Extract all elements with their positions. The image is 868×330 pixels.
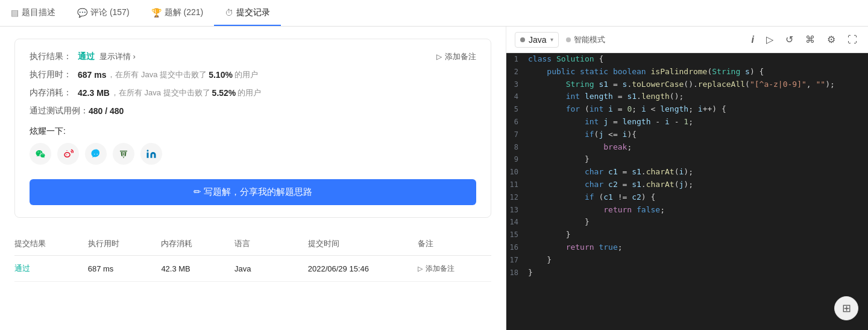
run-btn[interactable]: ▷ — [764, 31, 776, 48]
top-tabs: ▤ 题目描述 💬 评论 (157) 🏆 题解 (221) ⏱ 提交记录 — [0, 0, 868, 27]
status-row: 执行结果： 通过 显示详情 › ▷ 添加备注 — [30, 51, 476, 62]
col-time: 执行用时 — [88, 238, 162, 249]
tab-description[interactable]: ▤ 题目描述 — [0, 0, 66, 26]
line-code-3: String s1 = s.toLowerCase().replaceAll("… — [528, 78, 868, 91]
qq-btn[interactable] — [85, 143, 107, 165]
submissions-table: 提交结果 执行用时 内存消耗 语言 提交时间 备注 通过 687 ms 42.3… — [14, 232, 491, 282]
write-solution-btn[interactable]: ✏ 写题解，分享我的解题思路 — [30, 179, 476, 205]
line-code-11: char c2 = s1.charAt(j); — [528, 179, 868, 191]
time-note2: 的用户 — [234, 69, 258, 80]
tab-comments[interactable]: 💬 评论 (157) — [66, 0, 140, 26]
code-line-12: 12 if (c1 != c2) { — [506, 191, 868, 204]
main-layout: 执行结果： 通过 显示详情 › ▷ 添加备注 执行用时： 687 ms ，在所有… — [0, 27, 868, 330]
line-code-8: break; — [528, 141, 868, 154]
line-code-4: int length = s1.length(); — [528, 90, 868, 103]
code-line-14: 14 } — [506, 216, 868, 229]
line-code-9: } — [528, 153, 868, 166]
memory-row: 内存消耗： 42.3 MB ，在所有 Java 提交中击败了 5.52% 的用户 — [30, 87, 476, 98]
row-status[interactable]: 通过 — [14, 263, 88, 274]
wechat-btn[interactable] — [30, 143, 51, 165]
line-num-15: 15 — [506, 229, 528, 241]
lang-dot-icon — [520, 37, 525, 42]
code-line-9: 9 } — [506, 153, 868, 166]
row-time: 687 ms — [88, 264, 162, 273]
status-value: 通过 — [78, 51, 95, 62]
editor-toolbar: Java ▾ 智能模式 i ▷ ↺ ⌘ ⚙ — [506, 27, 868, 53]
expand-btn[interactable]: ⛶ — [845, 32, 860, 48]
social-icons — [30, 143, 476, 165]
settings-btn[interactable]: ⚙ — [825, 31, 838, 48]
col-submit-time: 提交时间 — [308, 238, 418, 249]
line-num-8: 8 — [506, 141, 528, 153]
line-code-7: if(j <= i){ — [528, 129, 868, 141]
time-percent: 5.10% — [209, 70, 233, 80]
line-num-13: 13 — [506, 204, 528, 216]
comments-icon: 💬 — [77, 8, 87, 17]
line-num-5: 5 — [506, 103, 528, 115]
result-section: 执行结果： 通过 显示详情 › ▷ 添加备注 执行用时： 687 ms ，在所有… — [14, 39, 491, 218]
info-btn[interactable]: i — [749, 32, 756, 48]
line-num-1: 1 — [506, 53, 528, 65]
douban-btn[interactable] — [113, 143, 134, 165]
tests-value: 480 / 480 — [89, 106, 124, 116]
line-code-16: return true; — [528, 241, 868, 254]
line-code-12: if (c1 != c2) { — [528, 191, 868, 204]
status-label: 执行结果： — [30, 51, 78, 62]
line-code-1: class Solution { — [528, 53, 868, 66]
line-code-5: for (int i = 0; i < length; i++) { — [528, 103, 868, 116]
code-line-6: 6 int j = length - i - 1; — [506, 116, 868, 129]
code-line-11: 11 char c2 = s1.charAt(j); — [506, 179, 868, 191]
description-icon: ▤ — [11, 8, 19, 17]
reset-btn[interactable]: ↺ — [783, 31, 796, 48]
tab-solutions[interactable]: 🏆 题解 (221) — [140, 0, 215, 26]
line-code-10: char c1 = s1.charAt(i); — [528, 166, 868, 179]
lang-label: Java — [529, 35, 547, 45]
code-line-17: 17 } — [506, 254, 868, 267]
run-icon: ▷ — [766, 34, 773, 45]
line-code-2: public static boolean isPalindrome(Strin… — [528, 66, 868, 78]
float-action-btn[interactable]: ⊞ — [834, 296, 858, 320]
smart-mode-toggle[interactable]: 智能模式 — [566, 34, 605, 45]
line-code-6: int j = length - i - 1; — [528, 116, 868, 129]
memory-note1: ，在所有 Java 提交中击败了 — [111, 87, 210, 98]
code-editor-panel: Java ▾ 智能模式 i ▷ ↺ ⌘ ⚙ — [506, 27, 868, 330]
language-selector[interactable]: Java ▾ — [515, 32, 559, 48]
line-num-6: 6 — [506, 116, 528, 128]
smart-mode-dot-icon — [566, 37, 571, 42]
line-code-18: } — [528, 267, 868, 279]
col-note: 备注 — [418, 238, 491, 249]
code-area[interactable]: 1 class Solution { 2 public static boole… — [506, 53, 868, 330]
row-add-note-btn[interactable]: ▷ 添加备注 — [418, 264, 491, 274]
col-memory: 内存消耗 — [161, 238, 234, 249]
time-label: 执行用时： — [30, 69, 78, 80]
code-line-1: 1 class Solution { — [506, 53, 868, 66]
line-num-16: 16 — [506, 241, 528, 253]
memory-note2: 的用户 — [237, 87, 261, 98]
code-line-18: 18 } — [506, 267, 868, 279]
table-header: 提交结果 执行用时 内存消耗 语言 提交时间 备注 — [14, 232, 491, 256]
add-note-btn[interactable]: ▷ 添加备注 — [436, 51, 476, 62]
code-line-5: 5 for (int i = 0; i < length; i++) { — [506, 103, 868, 116]
linkedin-btn[interactable] — [140, 143, 162, 165]
row-lang: Java — [234, 264, 308, 273]
chevron-down-icon: ▾ — [550, 36, 553, 43]
table-row: 通过 687 ms 42.3 MB Java 2022/06/29 15:46 … — [14, 256, 491, 282]
weibo-btn[interactable] — [57, 143, 79, 165]
line-num-7: 7 — [506, 129, 528, 141]
code-line-15: 15 } — [506, 229, 868, 241]
line-num-3: 3 — [506, 78, 528, 90]
code-line-13: 13 return false; — [506, 204, 868, 217]
line-num-9: 9 — [506, 153, 528, 165]
float-btn-icon: ⊞ — [842, 302, 851, 315]
tests-row: 通过测试用例： 480 / 480 — [30, 106, 476, 116]
line-num-12: 12 — [506, 191, 528, 203]
line-num-11: 11 — [506, 179, 528, 191]
line-code-13: return false; — [528, 204, 868, 217]
row-memory: 42.3 MB — [161, 264, 234, 273]
line-code-14: } — [528, 216, 868, 229]
submissions-icon: ⏱ — [225, 8, 233, 17]
tab-submissions[interactable]: ⏱ 提交记录 — [214, 0, 281, 26]
code-line-3: 3 String s1 = s.toLowerCase().replaceAll… — [506, 78, 868, 91]
detail-link[interactable]: 显示详情 › — [99, 51, 136, 62]
terminal-btn[interactable]: ⌘ — [803, 31, 817, 48]
